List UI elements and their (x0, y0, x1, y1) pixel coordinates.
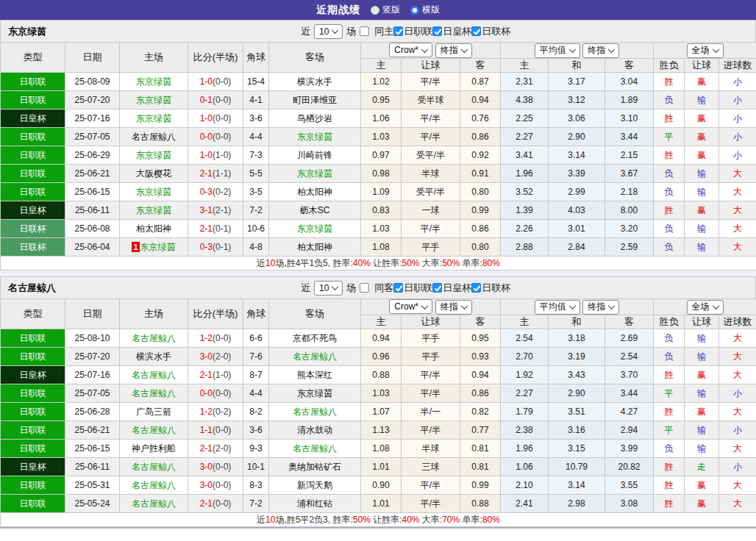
league-checkbox-league-cup[interactable]: 日联杯 (471, 25, 510, 38)
average-time-select[interactable]: 终指 (582, 43, 619, 58)
col-score: 比分(半场) (188, 299, 243, 329)
match-count-select[interactable]: 10 (314, 281, 343, 295)
league-checkbox-j1[interactable]: 日职联 (393, 282, 432, 295)
away-team-link[interactable]: 东京绿茵 (269, 220, 361, 238)
goals-result-cell: 大 (719, 238, 756, 257)
odds-home-cell: 1.01 (361, 495, 402, 513)
same-venue-checkbox[interactable]: 同主 (360, 25, 393, 38)
odds-away-cell: 0.94 (460, 366, 501, 384)
home-team-link[interactable]: 名古屋鲸八 (120, 329, 188, 348)
goals-result-cell: 大 (719, 183, 756, 201)
avg-draw-cell: 3.14 (549, 476, 605, 495)
away-team-link[interactable]: 枥木SC (269, 201, 361, 220)
home-team-link[interactable]: 东京绿茵 (120, 110, 188, 128)
avg-home-cell: 1.92 (501, 366, 549, 384)
summary-row: 近10场,胜5平2负3, 胜率:50% 让胜率:40% 大率:70% 单率:80… (1, 513, 756, 527)
away-team-link[interactable]: 柏太阳神 (269, 238, 361, 257)
goals-result-cell: 大 (719, 495, 756, 513)
away-team-link[interactable]: 横滨水手 (269, 73, 361, 91)
goals-result-cell: 大 (719, 476, 756, 495)
odds-time-select[interactable]: 终指 (435, 43, 472, 58)
radio-vertical-layout[interactable]: 竖版 (371, 4, 400, 16)
away-team-link[interactable]: 浦和红钻 (269, 495, 361, 513)
home-team-link[interactable]: 1东京绿茵 (120, 238, 188, 257)
average-select[interactable]: 平均值 (535, 300, 580, 315)
odds-away-cell: 0.82 (460, 403, 501, 421)
away-team-link[interactable]: 名古屋鲸八 (269, 348, 361, 366)
checked-checkbox-icon (432, 283, 442, 293)
goals-result-cell: 大 (719, 220, 756, 238)
away-team-link[interactable]: 川崎前锋 (269, 146, 361, 165)
home-team-link[interactable]: 广岛三箭 (120, 403, 188, 421)
league-checkbox-league-cup[interactable]: 日联杯 (471, 282, 510, 295)
col-date: 日期 (65, 299, 120, 329)
avg-draw-cell: 2.99 (549, 183, 605, 201)
home-team-link[interactable]: 柏太阳神 (120, 220, 188, 238)
home-team-link[interactable]: 名古屋鲸八 (120, 366, 188, 384)
away-team-link[interactable]: 奥纳加钴矿石 (269, 458, 361, 476)
home-team-link[interactable]: 名古屋鲸八 (120, 128, 188, 146)
subcol-goals: 进球数 (719, 315, 756, 329)
away-team-link[interactable]: 东京绿茵 (269, 128, 361, 146)
away-team-link[interactable]: 新泻天鹅 (269, 476, 361, 495)
away-team-link[interactable]: 名古屋鲸八 (269, 403, 361, 421)
radio-horizontal-layout[interactable]: 横版 (410, 4, 440, 16)
league-checkbox-emperors-cup[interactable]: 日皇杯 (432, 282, 471, 295)
odds-time-select[interactable]: 终指 (435, 300, 472, 315)
away-team-link[interactable]: 鸟栖沙岩 (269, 110, 361, 128)
home-team-link[interactable]: 名古屋鲸八 (120, 476, 188, 495)
subcol-avg-draw: 和 (549, 59, 605, 73)
away-team-link[interactable]: 町田泽维亚 (269, 91, 361, 110)
chevron-down-icon (460, 46, 468, 53)
handicap-cell: 平/半 (402, 366, 460, 384)
away-team-link[interactable]: 柏太阳神 (269, 183, 361, 201)
match-date: 25-05-24 (65, 495, 120, 513)
home-team-link[interactable]: 东京绿茵 (120, 91, 188, 110)
average-time-select[interactable]: 终指 (582, 300, 619, 315)
corner-cell: 9-3 (243, 440, 269, 458)
home-team-link[interactable]: 横滨水手 (120, 348, 188, 366)
away-team-link[interactable]: 东京绿茵 (269, 384, 361, 403)
home-team-link[interactable]: 名古屋鲸八 (120, 384, 188, 403)
home-team-link[interactable]: 东京绿茵 (120, 201, 188, 220)
home-team-link[interactable]: 东京绿茵 (120, 73, 188, 91)
handicap-cell: 平/半 (402, 421, 460, 440)
radio-checked-icon (410, 6, 419, 15)
fullmatch-select[interactable]: 全场 (687, 43, 724, 58)
away-team-link[interactable]: 清水鼓动 (269, 421, 361, 440)
away-team-link[interactable]: 熊本深红 (269, 366, 361, 384)
bookmaker-select[interactable]: Crow* (389, 299, 432, 314)
home-team-link[interactable]: 东京绿茵 (120, 183, 188, 201)
same-venue-checkbox[interactable]: 同客 (360, 282, 393, 295)
table-row: 日职联 25-06-21 大阪樱花 2-1(1-1) 5-5 东京绿茵 0.98… (1, 165, 756, 183)
home-team-link[interactable]: 神户胜利船 (120, 440, 188, 458)
league-checkbox-emperors-cup[interactable]: 日皇杯 (432, 25, 471, 38)
score-cell: 0-0(0-0) (188, 128, 243, 146)
bookmaker-select[interactable]: Crow* (389, 43, 432, 57)
home-team-link[interactable]: 东京绿茵 (120, 146, 188, 165)
col-away: 客场 (269, 43, 361, 73)
match-count-select[interactable]: 10 (314, 24, 343, 39)
home-team-link[interactable]: 名古屋鲸八 (120, 421, 188, 440)
odds-away-cell: 0.91 (460, 165, 501, 183)
odds-home-cell: 0.97 (361, 146, 402, 165)
col-home: 主场 (120, 299, 188, 329)
league-checkbox-j1[interactable]: 日职联 (393, 25, 432, 38)
handicap-cell: 受半球 (402, 91, 460, 110)
away-team-link[interactable]: 名古屋鲸八 (269, 440, 361, 458)
home-team-link[interactable]: 名古屋鲸八 (120, 495, 188, 513)
away-team-link[interactable]: 京都不死鸟 (269, 329, 361, 348)
fullmatch-group-header: 全场 (654, 299, 756, 315)
away-team-link[interactable]: 东京绿茵 (269, 165, 361, 183)
bookmaker-group-header: Crow* 终指 (361, 299, 501, 315)
home-team-link[interactable]: 名古屋鲸八 (120, 458, 188, 476)
average-select[interactable]: 平均值 (535, 43, 580, 58)
home-team-link[interactable]: 大阪樱花 (120, 165, 188, 183)
goals-result-cell: 大 (719, 201, 756, 220)
subcol-handicap-result: 让球 (685, 59, 719, 73)
fullmatch-select[interactable]: 全场 (687, 300, 724, 315)
subcol-avg-draw: 和 (549, 315, 605, 329)
avg-away-cell: 8.00 (605, 201, 654, 220)
games-label: 场 (346, 282, 356, 295)
table-row: 日职联 25-08-09 东京绿茵 1-0(0-0) 15-4 横滨水手 1.0… (1, 73, 756, 91)
